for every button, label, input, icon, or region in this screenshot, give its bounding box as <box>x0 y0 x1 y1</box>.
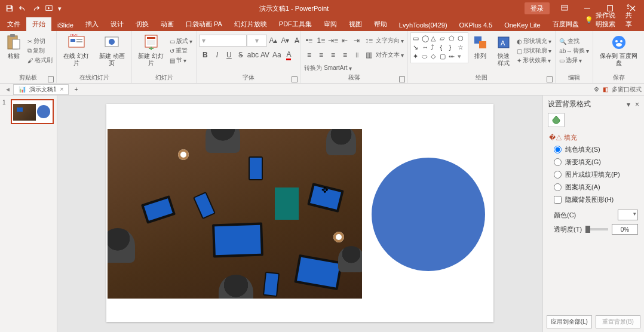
tab-review[interactable]: 审阅 <box>318 17 343 31</box>
save-baidu-button[interactable]: 保存到 百度网盘 <box>596 32 642 68</box>
replace-button[interactable]: ab→ 替换 ▾ <box>558 46 590 56</box>
new-doc-icon[interactable]: + <box>71 85 81 94</box>
tab-onekey[interactable]: OneKey Lite <box>498 19 547 31</box>
smartart-button[interactable]: 转换为 SmartArt ▾ <box>303 63 352 73</box>
shapes-gallery[interactable]: ▭◯△▱⬠⬡ ↘↔⤴{}☆ ✦⬭◇▢⬰▾ <box>410 32 468 63</box>
share-button[interactable]: ⇪ 共享 <box>620 1 644 31</box>
align-center-icon[interactable]: ≡ <box>315 49 327 61</box>
opt-gradient-fill[interactable]: 渐变填充(G) <box>549 156 638 168</box>
tab-help[interactable]: 帮助 <box>368 17 393 31</box>
line-spacing-icon[interactable]: ↕≡ <box>363 35 375 47</box>
ribbon-options-icon[interactable] <box>553 0 576 17</box>
font-size-select[interactable]: ▾ <box>247 35 267 47</box>
tab-animations[interactable]: 动画 <box>155 17 180 31</box>
slideshow-icon[interactable] <box>43 2 55 14</box>
tab-okplus[interactable]: OKPlus 4.5 <box>453 19 499 31</box>
close-doc-icon[interactable]: × <box>60 86 63 93</box>
thumbnail-1[interactable]: 1 <box>2 99 54 124</box>
oval-shape[interactable] <box>372 158 485 271</box>
save-icon[interactable] <box>4 2 16 14</box>
tab-pdf[interactable]: PDF工具集 <box>273 17 318 31</box>
pane-close-icon[interactable]: × <box>635 100 639 109</box>
tab-home[interactable]: 开始 <box>26 17 51 31</box>
transparency-input[interactable]: 0% <box>612 224 638 235</box>
text-direction-button[interactable]: 文字方向 ▾ <box>375 35 405 47</box>
qat-more-icon[interactable]: ▾ <box>56 2 63 14</box>
find-button[interactable]: 🔍 查找 <box>558 36 590 46</box>
bullets-icon[interactable]: •≡ <box>303 35 315 47</box>
italic-icon[interactable]: I <box>211 49 223 61</box>
tab-transitions[interactable]: 切换 <box>130 17 155 31</box>
align-left-icon[interactable]: ≡ <box>303 49 315 61</box>
align-text-button[interactable]: 对齐文本 ▾ <box>375 49 405 61</box>
apply-all-button[interactable]: 应用到全部(L) <box>547 315 592 328</box>
font-color-icon[interactable]: A <box>283 49 295 61</box>
tab-file[interactable]: 文件 <box>1 17 26 31</box>
slide-page[interactable]: ✥ <box>106 104 493 322</box>
bold-icon[interactable]: B <box>199 49 211 61</box>
dialog-launcher-icon[interactable] <box>547 76 553 82</box>
transparency-slider[interactable] <box>585 228 608 230</box>
distribute-icon[interactable]: ⫴ <box>351 49 363 61</box>
cut-button[interactable]: ✂ 剪切 <box>26 36 54 46</box>
increase-indent-icon[interactable]: ⇥ <box>351 35 363 47</box>
strike-icon[interactable]: S̶ <box>235 49 247 61</box>
align-right-icon[interactable]: ≡ <box>327 49 339 61</box>
opt-picture-fill[interactable]: 图片或纹理填充(P) <box>549 168 638 181</box>
arrange-button[interactable]: 排列 <box>470 32 491 61</box>
tell-me[interactable]: 💡操作说明搜索 <box>585 11 620 31</box>
shape-fill-button[interactable]: ◐ 形状填充 ▾ <box>516 36 553 46</box>
reset-bg-button[interactable]: 重置背景(B) <box>596 315 641 328</box>
section-button[interactable]: ▤ 节 ▾ <box>168 56 194 65</box>
new-anim-page-button[interactable]: 新建 动画页 <box>95 32 130 68</box>
select-button[interactable]: ▭ 选择 ▾ <box>558 56 590 65</box>
font-family-select[interactable]: ▾ <box>199 35 247 47</box>
justify-icon[interactable]: ≡ <box>339 49 351 61</box>
opt-solid-fill[interactable]: 纯色填充(S) <box>549 143 638 156</box>
columns-icon[interactable]: ▥ <box>363 49 375 61</box>
inserted-image[interactable] <box>108 129 362 299</box>
numbering-icon[interactable]: 1≡ <box>315 35 327 47</box>
shape-outline-button[interactable]: ▢ 形状轮廓 ▾ <box>516 46 553 56</box>
color-picker[interactable] <box>618 210 638 220</box>
fill-section-header[interactable]: �△ 填充 <box>549 132 638 143</box>
reset-button[interactable]: ↺ 重置 <box>168 46 194 56</box>
document-tab[interactable]: 📊 演示文稿1 × <box>13 84 69 95</box>
tab-islide[interactable]: iSlide <box>51 19 79 31</box>
opt-pattern-fill[interactable]: 图案填充(A) <box>549 181 638 193</box>
shadow-icon[interactable]: abc <box>247 49 259 61</box>
quick-styles-button[interactable]: A快速样式 <box>492 32 514 68</box>
decrease-indent-icon[interactable]: ⇤ <box>339 35 351 47</box>
underline-icon[interactable]: U <box>223 49 235 61</box>
tab-slideshow[interactable]: 幻灯片放映 <box>228 17 273 31</box>
copy-button[interactable]: ⧉ 复制 <box>26 46 54 56</box>
tab-design[interactable]: 设计 <box>105 17 130 31</box>
paste-button[interactable]: 粘贴 <box>2 32 25 61</box>
multiwin-icon[interactable]: ◧ <box>603 86 608 93</box>
decrease-font-icon[interactable]: A▾ <box>279 35 291 47</box>
opt-hide-bg[interactable]: 隐藏背景图形(H) <box>549 193 638 206</box>
dialog-launcher-icon[interactable] <box>48 76 54 82</box>
layout-button[interactable]: ▭ 版式 ▾ <box>168 36 194 46</box>
list-level-icon[interactable]: ⇥≡ <box>327 35 339 47</box>
tab-insert[interactable]: 插入 <box>79 17 105 31</box>
slide-canvas-area[interactable]: ✥ <box>57 96 542 332</box>
increase-font-icon[interactable]: A▴ <box>267 35 279 47</box>
tab-view[interactable]: 视图 <box>343 17 368 31</box>
nav-back-icon[interactable]: ◄ <box>2 86 13 93</box>
spacing-icon[interactable]: AV <box>259 49 271 61</box>
online-slides-button[interactable]: HOT在线 幻灯片 <box>59 32 94 68</box>
fill-tab-icon[interactable] <box>548 113 565 127</box>
shape-effects-button[interactable]: ✦ 形状效果 ▾ <box>516 56 553 65</box>
new-slide-button[interactable]: 新建 幻灯片 <box>134 32 167 68</box>
dialog-launcher-icon[interactable] <box>292 76 298 82</box>
login-button[interactable]: 登录 <box>525 2 550 14</box>
pane-dropdown-icon[interactable]: ▾ <box>627 100 630 109</box>
tab-lvyh[interactable]: LvyhTools(0429) <box>393 19 453 31</box>
format-painter-button[interactable]: 🖌 格式刷 <box>26 56 54 65</box>
undo-icon[interactable] <box>17 2 29 14</box>
tab-baidu[interactable]: 百度网盘 <box>547 17 585 31</box>
dialog-launcher-icon[interactable] <box>399 76 405 82</box>
tab-pocket-anim[interactable]: 口袋动画 PA <box>180 17 228 31</box>
redo-icon[interactable] <box>30 2 42 14</box>
